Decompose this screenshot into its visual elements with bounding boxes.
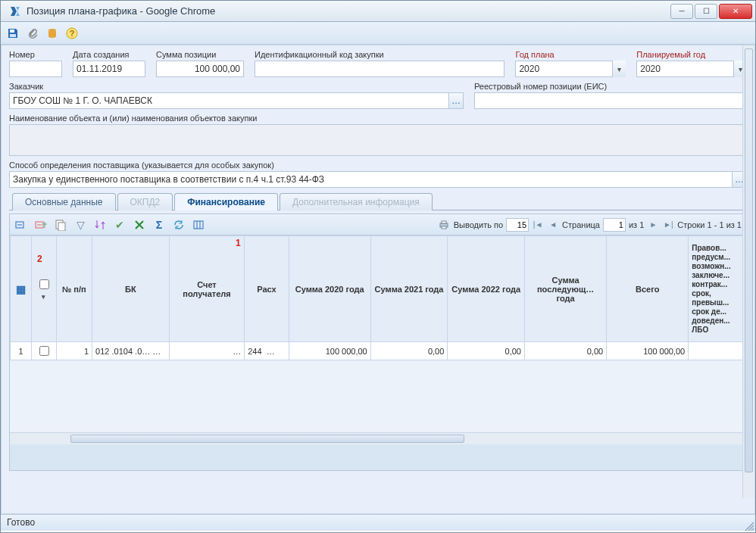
minimize-button[interactable]: ─ bbox=[670, 4, 693, 19]
sum-input bbox=[156, 61, 244, 77]
col-selector[interactable]: ▦ bbox=[11, 236, 32, 342]
cell-idx: 1 bbox=[11, 342, 32, 360]
svg-rect-1 bbox=[10, 34, 16, 37]
horizontal-scrollbar[interactable] bbox=[10, 432, 746, 444]
date-input bbox=[73, 61, 145, 77]
label-customer: Заказчик bbox=[9, 82, 464, 91]
maximize-button[interactable]: ☐ bbox=[695, 4, 717, 19]
page-of-label: из 1 bbox=[629, 220, 644, 229]
row-checkbox[interactable] bbox=[39, 346, 49, 356]
export-icon[interactable] bbox=[133, 218, 146, 232]
col-rash[interactable]: Расх bbox=[245, 236, 289, 342]
page-input[interactable] bbox=[603, 218, 626, 232]
print-icon[interactable] bbox=[437, 218, 451, 232]
svg-rect-12 bbox=[58, 223, 65, 231]
scrollbar-thumb[interactable] bbox=[70, 435, 464, 443]
cell-s2020[interactable]: 100 000,00 bbox=[289, 342, 370, 360]
col-sum2021[interactable]: Сумма 2021 года bbox=[370, 236, 448, 342]
cell-lbo[interactable] bbox=[689, 342, 746, 360]
resize-grip[interactable] bbox=[744, 521, 754, 531]
svg-rect-13 bbox=[194, 221, 203, 229]
page-next-icon[interactable]: ► bbox=[647, 219, 659, 231]
col-sumnext[interactable]: Сумма последующ… года bbox=[525, 236, 607, 342]
app-icon bbox=[8, 5, 22, 18]
svg-point-2 bbox=[48, 29, 56, 32]
delete-row-icon[interactable] bbox=[34, 218, 48, 232]
help-icon[interactable]: ? bbox=[64, 26, 80, 41]
columns-icon[interactable] bbox=[192, 218, 205, 232]
close-button[interactable]: ✕ bbox=[719, 4, 752, 19]
annotation-1: 1 bbox=[236, 238, 241, 248]
planyear-select[interactable] bbox=[636, 61, 747, 77]
label-regnum: Реестровый номер позиции (ЕИС) bbox=[474, 82, 747, 91]
save-icon[interactable] bbox=[5, 26, 20, 41]
label-date: Дата создания bbox=[73, 50, 145, 59]
db-icon[interactable] bbox=[45, 26, 60, 41]
svg-rect-17 bbox=[442, 221, 446, 223]
cell-rash[interactable]: 244 … bbox=[245, 342, 289, 360]
output-count-input[interactable] bbox=[506, 218, 529, 232]
cell-bk[interactable]: 012 .0104 .0… … bbox=[92, 342, 170, 360]
number-input bbox=[9, 61, 62, 77]
iku-input bbox=[255, 61, 505, 77]
add-row-icon[interactable] bbox=[14, 218, 28, 232]
output-label: Выводить по bbox=[454, 220, 503, 229]
tab-additional[interactable]: Дополнительная информация bbox=[280, 193, 433, 210]
table-row[interactable]: 1 1 012 .0104 .0… … … 244 … 100 000,00 0… bbox=[11, 342, 746, 360]
label-planyear: Планируемый год bbox=[636, 50, 747, 59]
col-sum2022[interactable]: Сумма 2022 года bbox=[448, 236, 525, 342]
regnum-input bbox=[474, 92, 747, 109]
col-lbo[interactable]: Правов... предусм... возможн... заключе.… bbox=[689, 236, 746, 342]
refresh-icon[interactable] bbox=[172, 218, 186, 232]
col-account[interactable]: Счет получателя bbox=[169, 236, 244, 342]
financing-table: ▦ ▾ № п/п БК Счет получателя Расх Сумма … bbox=[10, 235, 746, 360]
tab-financing[interactable]: Финансирование bbox=[174, 193, 278, 210]
settings-icon[interactable]: ✔ bbox=[113, 218, 127, 232]
cell-s2022[interactable]: 0,00 bbox=[448, 342, 525, 360]
copy-icon[interactable] bbox=[54, 218, 67, 232]
status-bar: Готово bbox=[1, 514, 755, 531]
filter-icon[interactable]: ▽ bbox=[73, 218, 87, 232]
select-all-checkbox[interactable] bbox=[39, 279, 49, 289]
label-method: Способ определения поставщика (указывает… bbox=[9, 161, 747, 170]
label-object: Наименование объекта и (или) наименовани… bbox=[9, 114, 747, 123]
svg-text:?: ? bbox=[70, 29, 75, 38]
label-sum: Сумма позиции bbox=[156, 50, 244, 59]
window-titlebar: Позиция плана-графика - Google Chrome ─ … bbox=[1, 1, 755, 22]
cell-snext[interactable]: 0,00 bbox=[525, 342, 607, 360]
cell-acct[interactable]: … bbox=[169, 342, 244, 360]
grid-icon: ▦ bbox=[16, 283, 26, 295]
col-npp[interactable]: № п/п bbox=[56, 236, 92, 342]
annotation-2: 2 bbox=[37, 254, 42, 264]
object-textarea bbox=[9, 124, 747, 156]
tab-okpd2[interactable]: ОКПД2 bbox=[117, 193, 173, 210]
method-input[interactable] bbox=[9, 171, 733, 188]
cell-total: 100 000,00 bbox=[607, 342, 689, 360]
grid-section: 1 2 ▽ ✔ bbox=[9, 214, 747, 471]
main-toolbar: ? bbox=[1, 22, 755, 45]
page-prev-icon[interactable]: ◄ bbox=[547, 219, 559, 231]
chevron-down-icon[interactable]: ▾ bbox=[612, 61, 626, 77]
page-last-icon[interactable]: ►| bbox=[662, 219, 674, 231]
ellipsis-button[interactable]: … bbox=[448, 92, 464, 109]
col-bk[interactable]: БК bbox=[92, 236, 170, 342]
status-text: Готово bbox=[7, 517, 35, 528]
window-title: Позиция плана-графика - Google Chrome bbox=[27, 5, 670, 17]
sort-icon[interactable] bbox=[93, 218, 107, 232]
col-total[interactable]: Всего bbox=[607, 236, 689, 342]
cell-npp: 1 bbox=[56, 342, 92, 360]
customer-input bbox=[9, 92, 449, 109]
sigma-icon[interactable]: Σ bbox=[152, 218, 166, 232]
tab-main-data[interactable]: Основные данные bbox=[12, 193, 116, 210]
col-sum2020[interactable]: Сумма 2020 года bbox=[289, 236, 370, 342]
year-select[interactable] bbox=[515, 61, 626, 77]
page-first-icon[interactable]: |◄ bbox=[532, 219, 544, 231]
col-checkbox[interactable]: ▾ bbox=[32, 236, 56, 342]
attach-icon[interactable] bbox=[25, 26, 40, 41]
cell-s2021[interactable]: 0,00 bbox=[370, 342, 448, 360]
vertical-scrollbar[interactable] bbox=[742, 45, 754, 498]
label-iku: Идентификационный код закупки bbox=[255, 50, 505, 59]
scrollbar-thumb[interactable] bbox=[745, 48, 753, 472]
label-year: Год плана bbox=[515, 50, 626, 59]
svg-line-21 bbox=[751, 528, 754, 531]
